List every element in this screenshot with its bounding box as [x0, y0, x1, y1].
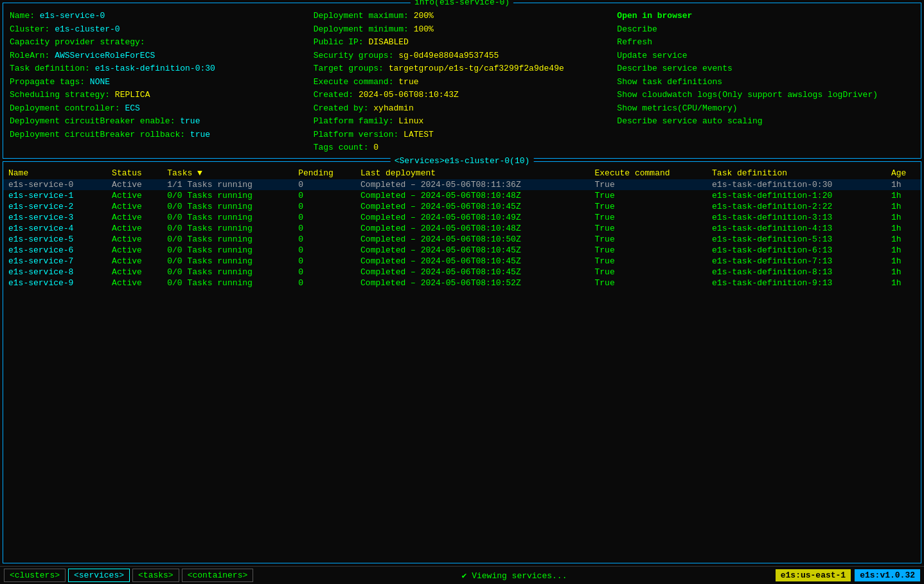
cell-name: e1s-service-3 [3, 212, 107, 223]
table-body: e1s-service-0 Active 1/1 Tasks running 0… [3, 179, 921, 288]
info-row: RoleArn: AWSServiceRoleForECS [10, 49, 307, 62]
cell-age: 1h [886, 190, 921, 201]
kb-desc: Show cloudwatch logs(Only support awslog… [617, 90, 878, 100]
col-header-executeCommand[interactable]: Execute command [590, 167, 707, 179]
cell-name: e1s-service-5 [3, 234, 107, 245]
keyboard-shortcut-row: Show cloudwatch logs(Only support awslog… [617, 89, 914, 102]
info-label: Platform version: [314, 130, 404, 139]
cell-lastdeploy: Completed – 2024-05-06T08:10:49Z [355, 212, 589, 223]
col-header-lastDeployment[interactable]: Last deployment [355, 167, 589, 179]
info-value: e1s-service-0 [40, 11, 105, 21]
cell-taskdef: e1s-task-definition-3:13 [707, 212, 886, 223]
bottom-bar: <clusters><services><tasks><containers> … [0, 566, 924, 584]
table-row[interactable]: e1s-service-7 Active 0/0 Tasks running 0… [3, 256, 921, 267]
info-label: Deployment maximum: [314, 11, 414, 21]
cell-name: e1s-service-4 [3, 223, 107, 234]
kb-desc: Describe service auto scaling [617, 116, 762, 126]
kb-desc: Describe [617, 24, 657, 34]
cell-pending: 0 [293, 278, 355, 288]
table-row[interactable]: e1s-service-2 Active 0/0 Tasks running 0… [3, 201, 921, 212]
tab-containers[interactable]: <containers> [182, 569, 254, 582]
cell-status: Active [107, 234, 162, 245]
info-row: Platform version: LATEST [314, 128, 611, 141]
tabs-container: <clusters><services><tasks><containers> [4, 569, 253, 582]
cell-execute: True [590, 223, 707, 234]
cell-tasks: 0/0 Tasks running [162, 267, 293, 278]
cell-taskdef: e1s-task-definition-6:13 [707, 245, 886, 256]
info-row: Deployment minimum: 100% [314, 23, 611, 36]
cell-age: 1h [886, 245, 921, 256]
info-label: RoleArn: [10, 51, 55, 60]
cell-name: e1s-service-9 [3, 278, 107, 288]
cell-lastdeploy: Completed – 2024-05-06T08:10:50Z [355, 234, 589, 245]
info-label: Deployment minimum: [314, 24, 414, 34]
cell-name: e1s-service-7 [3, 256, 107, 267]
services-table: NameStatusTasks ▼PendingLast deploymentE… [3, 167, 921, 288]
info-value: true [398, 77, 418, 87]
cell-lastdeploy: Completed – 2024-05-06T08:10:45Z [355, 245, 589, 256]
cell-status: Active [107, 179, 162, 190]
tab-clusters[interactable]: <clusters> [4, 569, 66, 582]
cell-taskdef: e1s-task-definition-1:20 [707, 190, 886, 201]
cell-age: 1h [886, 234, 921, 245]
table-row[interactable]: e1s-service-1 Active 0/0 Tasks running 0… [3, 190, 921, 201]
kb-desc: Refresh [617, 37, 652, 47]
info-label: Platform family: [314, 116, 399, 126]
cell-lastdeploy: Completed – 2024-05-06T08:10:45Z [355, 267, 589, 278]
cell-taskdef: e1s-task-definition-7:13 [707, 256, 886, 267]
cell-execute: True [590, 190, 707, 201]
table-row[interactable]: e1s-service-3 Active 0/0 Tasks running 0… [3, 212, 921, 223]
cell-taskdef: e1s-task-definition-0:30 [707, 179, 886, 190]
info-value: DISABLED [368, 37, 408, 47]
table-row[interactable]: e1s-service-8 Active 0/0 Tasks running 0… [3, 267, 921, 278]
cell-status: Active [107, 201, 162, 212]
cell-lastdeploy: Completed – 2024-05-06T08:10:45Z [355, 201, 589, 212]
cell-age: 1h [886, 201, 921, 212]
info-col-3: Open in browser Describe Refresh Update … [617, 10, 914, 154]
info-panel-inner: Name: e1s-service-0Cluster: e1s-cluster-… [10, 10, 914, 154]
main-content: info(e1s-service-0) Name: e1s-service-0C… [0, 0, 924, 566]
info-row: Created: 2024-05-06T08:10:43Z [314, 89, 611, 102]
info-label: Propagate tags: [10, 77, 90, 87]
info-row: Task definition: e1s-task-definition-0:3… [10, 62, 307, 75]
info-row: Deployment controller: ECS [10, 102, 307, 115]
cell-pending: 0 [293, 190, 355, 201]
info-label: Deployment controller: [10, 103, 125, 113]
info-label: Deployment circuitBreaker enable: [10, 116, 180, 126]
cell-name: e1s-service-8 [3, 267, 107, 278]
col-header-status[interactable]: Status [107, 167, 162, 179]
col-header-taskDefinition[interactable]: Task definition [707, 167, 886, 179]
tab-services[interactable]: <services> [68, 569, 130, 582]
cell-status: Active [107, 223, 162, 234]
cell-execute: True [590, 256, 707, 267]
keyboard-shortcut-row: Update service [617, 49, 914, 62]
kb-desc: Open in browser [617, 11, 692, 21]
cell-execute: True [590, 245, 707, 256]
table-row[interactable]: e1s-service-0 Active 1/1 Tasks running 0… [3, 179, 921, 190]
col-header-name[interactable]: Name [3, 167, 107, 179]
table-row[interactable]: e1s-service-9 Active 0/0 Tasks running 0… [3, 278, 921, 288]
cell-taskdef: e1s-task-definition-9:13 [707, 278, 886, 288]
info-value: AWSServiceRoleForECS [55, 51, 155, 60]
col-header-age[interactable]: Age [886, 167, 921, 179]
cell-pending: 0 [293, 201, 355, 212]
tab-tasks[interactable]: <tasks> [132, 569, 179, 582]
cell-name: e1s-service-2 [3, 201, 107, 212]
table-row[interactable]: e1s-service-5 Active 0/0 Tasks running 0… [3, 234, 921, 245]
info-label: Security groups: [314, 51, 399, 60]
services-panel: <Services>e1s-cluster-0(10) NameStatusTa… [3, 161, 921, 564]
info-label: Scheduling strategy: [10, 90, 115, 100]
info-label: Created: [314, 90, 359, 100]
cell-tasks: 0/0 Tasks running [162, 212, 293, 223]
cell-pending: 0 [293, 223, 355, 234]
info-row: Deployment circuitBreaker rollback: true [10, 128, 307, 141]
table-row[interactable]: e1s-service-4 Active 0/0 Tasks running 0… [3, 223, 921, 234]
info-row: Capacity provider strategy: [10, 36, 307, 49]
info-value: true [190, 130, 210, 139]
keyboard-shortcut-row: Describe service auto scaling [617, 115, 914, 128]
cell-pending: 0 [293, 212, 355, 223]
table-row[interactable]: e1s-service-6 Active 0/0 Tasks running 0… [3, 245, 921, 256]
col-header-tasks[interactable]: Tasks ▼ [162, 167, 293, 179]
cell-execute: True [590, 201, 707, 212]
col-header-pending[interactable]: Pending [293, 167, 355, 179]
